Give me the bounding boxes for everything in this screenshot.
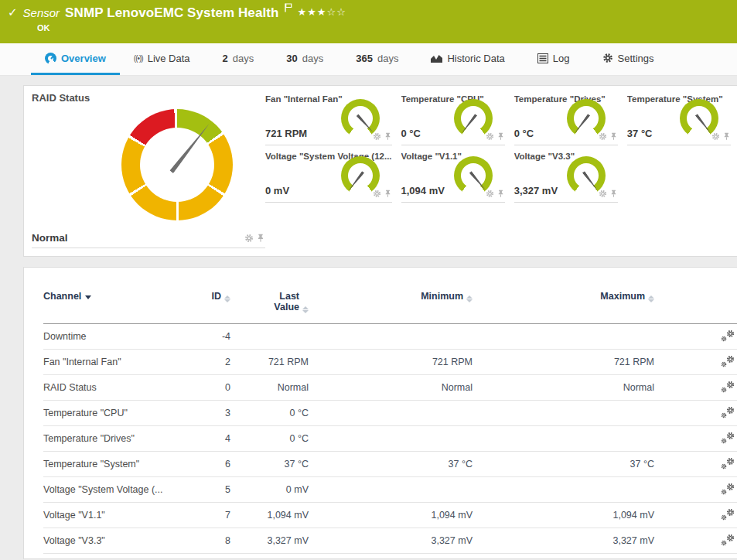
channel-settings-icon[interactable] [721, 355, 735, 367]
tab-label: Historic Data [447, 53, 504, 64]
list-icon [537, 53, 548, 63]
tab-number: 2 [223, 53, 228, 64]
header-label: ID [212, 291, 222, 302]
cell-maximum: 1,094 mV [473, 503, 654, 528]
header-label: Minimum [421, 291, 463, 302]
header-channel[interactable]: Channel [43, 286, 198, 324]
gear-icon[interactable] [599, 190, 607, 198]
object-kind-label: Sensor [23, 6, 60, 19]
cell-minimum [309, 477, 473, 503]
header-label: Channel [43, 291, 81, 302]
channel-settings-icon[interactable] [721, 381, 735, 393]
raid-donut [121, 109, 233, 220]
channel-settings-icon[interactable] [721, 406, 735, 418]
cell-last-value: 3,327 mV [230, 528, 309, 554]
tab-label: Live Data [148, 53, 190, 64]
header-label: Maximum [600, 291, 645, 302]
cell-minimum: 721 RPM [309, 350, 473, 375]
channel-settings-icon[interactable] [721, 508, 735, 521]
tab-number: 365 [356, 53, 373, 64]
channel-settings-icon[interactable] [721, 483, 735, 495]
gear-icon[interactable] [486, 190, 494, 198]
pin-icon[interactable] [384, 190, 392, 198]
gauge-needle [582, 171, 599, 192]
tab-settings[interactable]: Settings [589, 43, 668, 75]
tab-365-days[interactable]: 365 days [342, 43, 412, 75]
channel-settings-icon[interactable] [721, 457, 735, 470]
pin-icon[interactable] [256, 234, 265, 243]
gear-icon[interactable] [711, 132, 720, 141]
gear-icon[interactable] [373, 132, 381, 141]
cell-minimum [309, 426, 473, 452]
cell-channel: RAID Status [43, 375, 198, 401]
cell-id: 4 [198, 426, 230, 452]
sensor-header: ✓ Sensor SNMP LenovoEMC System Health ★★… [0, 0, 737, 43]
gear-icon [602, 53, 613, 63]
tab-label: Settings [618, 53, 654, 64]
tab-log[interactable]: Log [524, 43, 584, 75]
header-last-value[interactable]: Last Value [230, 286, 309, 324]
cell-minimum: 3,327 mV [309, 528, 473, 554]
table-header-row: Channel ID Last Value Minimum Maximum [43, 286, 737, 324]
channel-settings-icon[interactable] [721, 330, 735, 342]
priority-flag-icon[interactable] [285, 3, 292, 12]
gauge-needle [169, 122, 211, 174]
header-id[interactable]: ID [198, 286, 230, 324]
gauge-value: 0 mV [265, 185, 289, 196]
cell-maximum: 37 °C [473, 452, 654, 477]
cell-maximum [473, 426, 654, 452]
ok-check-icon: ✓ [8, 5, 18, 19]
channel-settings-icon[interactable] [721, 432, 735, 444]
header-minimum[interactable]: Minimum [309, 286, 473, 324]
cell-id: 2 [198, 350, 230, 375]
pin-icon[interactable] [496, 132, 505, 141]
gauge-value: 0 °C [401, 128, 421, 139]
cell-channel: Fan "Internal Fan" [43, 350, 198, 375]
cell-id: 5 [198, 477, 230, 503]
tab-label: days [377, 53, 398, 64]
header-actions [654, 286, 737, 324]
gear-icon[interactable] [244, 234, 254, 243]
gauge-tile: Temperature "CPU"0 °C [401, 90, 505, 145]
tab-label: days [233, 53, 254, 64]
cell-last-value: 1,094 mV [230, 503, 309, 528]
pin-icon[interactable] [609, 190, 618, 198]
gauge-title: RAID Status [32, 92, 265, 104]
pin-icon[interactable] [384, 132, 392, 141]
channel-table-panel: Channel ID Last Value Minimum Maximum [23, 267, 737, 559]
tab-live-data[interactable]: ((•)) Live Data [120, 43, 204, 75]
tab-overview[interactable]: Overview [31, 43, 120, 75]
pin-icon[interactable] [496, 190, 505, 198]
pin-icon[interactable] [609, 132, 618, 141]
tab-30-days[interactable]: 30 days [272, 43, 337, 75]
table-row: Temperature "Drives"40 °C [43, 426, 737, 452]
gauge-needle [469, 171, 486, 191]
gear-icon[interactable] [373, 190, 381, 198]
area-chart-icon [431, 53, 442, 63]
cell-channel: Temperature "Drives" [43, 426, 198, 452]
page-title: SNMP LenovoEMC System Health [65, 5, 278, 21]
cell-maximum [473, 324, 654, 350]
gauge-value: 0 °C [514, 128, 534, 139]
cell-channel: Voltage "V1.1" [43, 503, 198, 528]
raid-needle-wrap [99, 87, 255, 243]
cell-channel: Temperature "CPU" [43, 401, 198, 426]
cell-id: 8 [198, 528, 230, 554]
tab-2-days[interactable]: 2 days [209, 43, 268, 75]
header-maximum[interactable]: Maximum [473, 286, 654, 324]
gear-icon[interactable] [599, 132, 607, 141]
gauge-value: 1,094 mV [401, 185, 445, 196]
table-row: Temperature "System"637 °C37 °C37 °C [43, 452, 737, 477]
gauge-tile: Fan "Internal Fan"721 RPM [265, 90, 392, 145]
gauge-tiles: Fan "Internal Fan"721 RPMTemperature "CP… [265, 90, 731, 203]
gear-icon[interactable] [486, 132, 494, 141]
sort-icon [302, 306, 309, 313]
cell-last-value [230, 324, 309, 350]
pin-icon[interactable] [722, 132, 731, 141]
gauge-tile: Voltage "System Voltage (12...0 mV [265, 148, 392, 203]
gauge-tile: Temperature "Drives"0 °C [514, 90, 618, 145]
tab-historic-data[interactable]: Historic Data [417, 43, 518, 75]
priority-stars[interactable]: ★★★☆☆ [298, 6, 346, 18]
channel-settings-icon[interactable] [721, 534, 735, 546]
cell-maximum [473, 401, 654, 426]
